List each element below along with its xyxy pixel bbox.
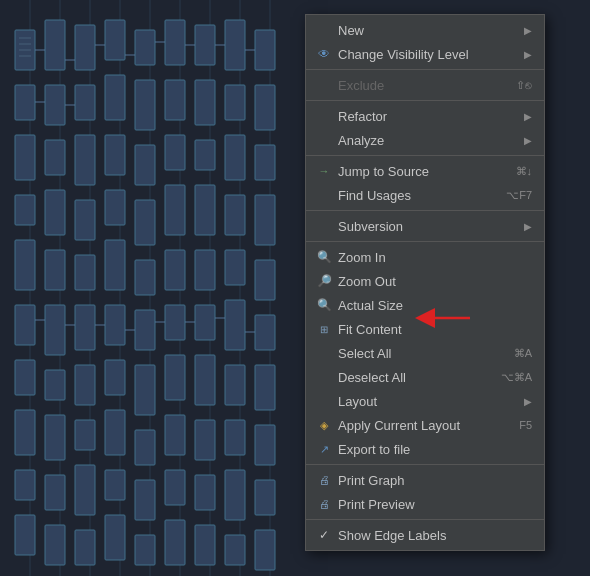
svg-rect-71 — [195, 140, 215, 170]
analyze-icon — [314, 132, 334, 148]
svg-rect-64 — [165, 305, 185, 340]
menu-label-subversion: Subversion — [338, 219, 516, 234]
fit-icon: ⊞ — [314, 321, 334, 337]
shortcut-deselect-all: ⌥⌘A — [501, 371, 532, 384]
menu-item-find-usages[interactable]: Find Usages ⌥F7 — [306, 183, 544, 207]
svg-rect-20 — [45, 85, 65, 125]
menu-label-deselect-all: Deselect All — [338, 370, 485, 385]
svg-rect-79 — [225, 20, 245, 70]
svg-rect-96 — [255, 425, 275, 465]
svg-rect-17 — [15, 470, 35, 500]
svg-rect-54 — [135, 310, 155, 350]
svg-rect-37 — [75, 465, 95, 515]
svg-rect-33 — [75, 255, 95, 290]
menu-item-show-edge-labels[interactable]: ✓ Show Edge Labels — [306, 523, 544, 547]
svg-rect-72 — [195, 185, 215, 235]
svg-rect-58 — [135, 535, 155, 565]
menu-item-print-graph[interactable]: 🖨 Print Graph — [306, 468, 544, 492]
find-icon — [314, 187, 334, 203]
new-icon — [314, 22, 334, 38]
svg-rect-30 — [75, 85, 95, 120]
menu-item-jump-to-source[interactable]: → Jump to Source ⌘↓ — [306, 159, 544, 183]
print-graph-icon: 🖨 — [314, 472, 334, 488]
actual-size-icon: 🔍 — [314, 297, 334, 313]
separator-7 — [306, 519, 544, 520]
svg-rect-47 — [105, 470, 125, 500]
menu-item-apply-layout[interactable]: ◈ Apply Current Layout F5 — [306, 413, 544, 437]
svg-rect-75 — [195, 355, 215, 405]
svg-rect-65 — [165, 355, 185, 400]
svg-rect-36 — [75, 420, 95, 450]
menu-label-refactor: Refactor — [338, 109, 516, 124]
svg-rect-44 — [105, 305, 125, 345]
menu-label-select-all: Select All — [338, 346, 498, 361]
menu-item-deselect-all[interactable]: Deselect All ⌥⌘A — [306, 365, 544, 389]
menu-item-fit-content[interactable]: ⊞ Fit Content — [306, 317, 544, 341]
menu-item-print-preview[interactable]: 🖨 Print Preview — [306, 492, 544, 516]
svg-rect-56 — [135, 430, 155, 465]
subversion-icon — [314, 218, 334, 234]
svg-rect-92 — [255, 195, 275, 245]
menu-item-subversion[interactable]: Subversion ▶ — [306, 214, 544, 238]
menu-item-zoom-out[interactable]: 🔎 Zoom Out — [306, 269, 544, 293]
svg-rect-83 — [225, 250, 245, 285]
menu-item-refactor[interactable]: Refactor ▶ — [306, 104, 544, 128]
arrow-subversion: ▶ — [524, 221, 532, 232]
svg-rect-13 — [15, 240, 35, 290]
arrow-analyze: ▶ — [524, 135, 532, 146]
svg-rect-50 — [135, 80, 155, 130]
menu-item-layout[interactable]: Layout ▶ — [306, 389, 544, 413]
svg-rect-21 — [45, 140, 65, 175]
print-preview-icon: 🖨 — [314, 496, 334, 512]
svg-rect-38 — [75, 530, 95, 565]
svg-rect-67 — [165, 470, 185, 505]
svg-rect-25 — [45, 370, 65, 400]
visibility-icon: 👁 — [314, 46, 334, 62]
layout-icon — [314, 393, 334, 409]
svg-rect-81 — [225, 135, 245, 180]
menu-item-exclude[interactable]: Exclude ⇧⎋ — [306, 73, 544, 97]
svg-rect-90 — [255, 85, 275, 130]
menu-label-show-edge-labels: Show Edge Labels — [338, 528, 532, 543]
svg-rect-31 — [75, 135, 95, 185]
menu-item-select-all[interactable]: Select All ⌘A — [306, 341, 544, 365]
refactor-icon — [314, 108, 334, 124]
svg-rect-49 — [135, 30, 155, 65]
svg-rect-52 — [135, 200, 155, 245]
arrow-layout: ▶ — [524, 396, 532, 407]
separator-6 — [306, 464, 544, 465]
menu-item-export[interactable]: ↗ Export to file — [306, 437, 544, 461]
svg-rect-48 — [105, 515, 125, 560]
svg-rect-85 — [225, 365, 245, 405]
svg-rect-29 — [75, 25, 95, 70]
svg-rect-46 — [105, 410, 125, 455]
svg-rect-42 — [105, 190, 125, 225]
shortcut-apply-layout: F5 — [519, 419, 532, 431]
svg-rect-22 — [45, 190, 65, 235]
menu-item-new[interactable]: New ▶ — [306, 18, 544, 42]
menu-label-exclude: Exclude — [338, 78, 500, 93]
svg-rect-93 — [255, 260, 275, 300]
svg-rect-82 — [225, 195, 245, 235]
svg-rect-55 — [135, 365, 155, 415]
svg-rect-34 — [75, 305, 95, 350]
svg-rect-60 — [165, 80, 185, 120]
export-icon: ↗ — [314, 441, 334, 457]
check-icon: ✓ — [314, 527, 334, 543]
menu-label-zoom-in: Zoom In — [338, 250, 532, 265]
separator-1 — [306, 69, 544, 70]
deselect-all-icon — [314, 369, 334, 385]
menu-label-print-graph: Print Graph — [338, 473, 532, 488]
svg-rect-15 — [15, 360, 35, 395]
shortcut-find: ⌥F7 — [506, 189, 532, 202]
svg-rect-76 — [195, 420, 215, 460]
svg-rect-89 — [255, 30, 275, 70]
menu-item-change-visibility[interactable]: 👁 Change Visibility Level ▶ — [306, 42, 544, 66]
menu-item-zoom-in[interactable]: 🔍 Zoom In — [306, 245, 544, 269]
menu-item-actual-size[interactable]: 🔍 Actual Size — [306, 293, 544, 317]
separator-5 — [306, 241, 544, 242]
svg-rect-26 — [45, 415, 65, 460]
svg-rect-23 — [45, 250, 65, 290]
menu-item-analyze[interactable]: Analyze ▶ — [306, 128, 544, 152]
svg-rect-12 — [15, 195, 35, 225]
